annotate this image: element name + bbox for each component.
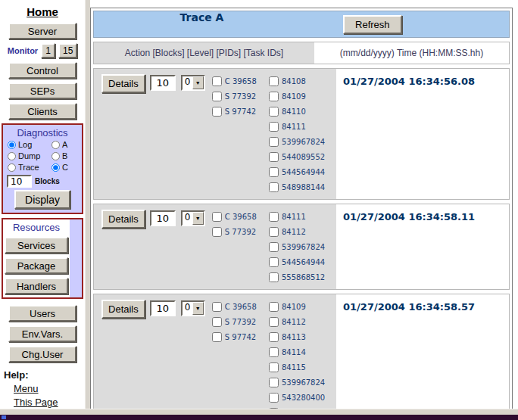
taskid-checkbox-row[interactable]: 84109 [269,89,336,104]
taskid-checkbox-row[interactable]: 539967824 [269,134,336,149]
pid-checkbox[interactable] [212,332,222,342]
radio-trace-input[interactable] [8,163,16,172]
taskid-checkbox[interactable] [269,152,279,162]
taskid-checkbox[interactable] [269,122,279,132]
level-select[interactable]: 0 ▼ [181,75,205,91]
pid-checkbox[interactable] [212,212,222,222]
taskid-checkbox-row[interactable]: 84112 [269,224,336,239]
blocks-input[interactable] [7,175,32,188]
monitor-15-button[interactable]: 15 [58,43,77,58]
taskid-checkbox-row[interactable]: 84112 [269,314,336,329]
details-button[interactable]: Details [101,74,145,93]
taskid-checkbox-row[interactable]: 84108 [269,73,336,89]
taskid-checkbox-row[interactable]: 84111 [269,209,336,224]
monitor-1-button[interactable]: 1 [41,43,55,58]
radio-dump[interactable]: Dump [8,151,51,160]
taskid-checkbox-row[interactable]: 555868512 [269,269,336,285]
help-link[interactable]: This Page [14,397,85,408]
dropdown-arrow-icon[interactable]: ▼ [192,76,204,89]
taskid-checkbox[interactable] [269,393,279,403]
pid-checkbox[interactable] [212,107,222,117]
taskid-checkbox-row[interactable]: 84115 [269,359,336,375]
dropdown-arrow-icon[interactable]: ▼ [192,302,204,315]
taskid-checkbox[interactable] [269,182,279,192]
radio-log[interactable]: Log [8,140,51,149]
taskid-checkbox[interactable] [269,257,279,267]
help-link[interactable]: Menu [14,383,85,394]
services-button[interactable]: Services [5,237,68,254]
level-select[interactable]: 0 ▼ [181,300,205,316]
radio-b-input[interactable] [51,152,60,160]
radio-c-input[interactable] [51,163,60,172]
taskid-checkbox-row[interactable]: 544089552 [269,149,336,164]
sidebar: Home Server Monitor 1 15 Control SEPs Cl… [0,0,85,409]
radio-a[interactable]: A [51,140,82,149]
taskid-checkbox[interactable] [269,227,279,237]
chg-user-button[interactable]: Chg.User [8,346,76,362]
radio-b[interactable]: B [51,151,82,160]
taskid-checkbox[interactable] [269,362,279,372]
taskid-checkbox[interactable] [269,107,279,117]
blocks-input[interactable] [150,210,176,226]
pid-checkbox[interactable] [212,76,222,86]
taskid-checkbox-row[interactable]: 543280400 [269,390,336,405]
taskid-checkbox-row[interactable]: 84111 [269,119,336,134]
pid-checkbox[interactable] [212,227,222,237]
taskid-checkbox[interactable] [269,317,279,327]
taskid-checkbox[interactable] [269,167,279,177]
pid-checkbox-row[interactable]: S 97742 [212,329,269,344]
taskid-checkbox-row[interactable]: 539967824 [269,375,336,390]
pid-checkbox-row[interactable]: S 77392 [212,89,269,104]
refresh-button[interactable]: Refresh [343,15,402,34]
radio-a-input[interactable] [51,141,60,149]
pid-checkbox-row[interactable]: S 77392 [212,314,269,329]
pid-checkbox[interactable] [212,92,222,101]
blocks-input[interactable] [150,75,176,91]
radio-dump-input[interactable] [8,152,16,160]
pid-checkbox-row[interactable]: S 77392 [212,224,269,239]
env-vars-button[interactable]: Env.Vars. [8,325,76,342]
taskid-checkbox[interactable] [269,272,279,282]
details-button[interactable]: Details [101,210,145,229]
blocks-input[interactable] [150,300,176,316]
pid-checkbox-row[interactable]: S 97742 [212,104,269,119]
clients-button[interactable]: Clients [8,103,76,120]
pid-checkbox-row[interactable]: C 39658 [212,209,269,224]
control-button[interactable]: Control [8,62,76,79]
taskid-checkbox-row[interactable]: 544564944 [269,254,336,269]
taskid-checkbox[interactable] [269,302,279,312]
radio-trace[interactable]: Trace [8,163,51,172]
taskid-checkbox[interactable] [269,92,279,101]
pid-checkbox[interactable] [212,317,222,327]
taskid-checkbox[interactable] [269,242,279,252]
users-button[interactable]: Users [8,305,76,322]
taskid-checkbox[interactable] [269,76,279,86]
home-link[interactable]: Home [27,5,58,18]
taskid-checkbox[interactable] [269,378,279,387]
pid-checkbox-row[interactable]: C 39658 [212,299,269,314]
bottom-scrollbar-track[interactable] [0,409,518,415]
taskid-checkbox-row[interactable]: 84114 [269,344,336,359]
taskid-checkbox-row[interactable]: 84110 [269,104,336,119]
dropdown-arrow-icon[interactable]: ▼ [192,212,204,225]
display-button[interactable]: Display [14,190,70,209]
taskid-checkbox[interactable] [269,212,279,222]
level-select[interactable]: 0 ▼ [181,210,205,226]
package-button[interactable]: Package [5,257,68,274]
handlers-button[interactable]: Handlers [5,278,68,294]
taskid-checkbox-row[interactable]: 548988144 [269,179,336,194]
pid-checkbox-row[interactable]: C 39658 [212,73,269,89]
radio-c[interactable]: C [51,163,82,172]
taskid-checkbox[interactable] [269,137,279,147]
details-button[interactable]: Details [101,300,145,319]
seps-button[interactable]: SEPs [8,82,76,99]
taskid-checkbox-row[interactable]: 539967824 [269,239,336,254]
radio-log-input[interactable] [8,141,16,149]
taskid-checkbox-row[interactable]: 84113 [269,329,336,344]
taskid-checkbox-row[interactable]: 544564944 [269,164,336,179]
taskid-checkbox-row[interactable]: 84109 [269,299,336,314]
pid-checkbox[interactable] [212,302,222,312]
server-button[interactable]: Server [8,23,76,39]
taskid-checkbox[interactable] [269,347,279,357]
taskid-checkbox[interactable] [269,332,279,342]
